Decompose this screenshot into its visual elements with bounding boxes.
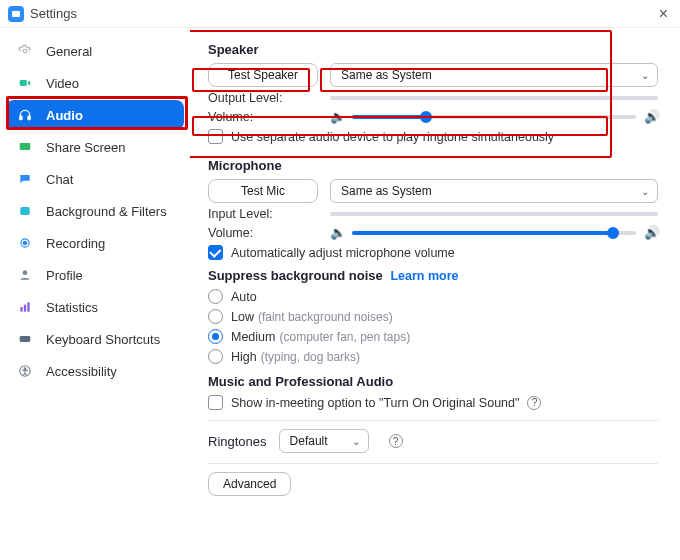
ringtones-select[interactable]: Default ⌄ (279, 429, 369, 453)
svg-rect-12 (20, 336, 31, 342)
noise-low-label: Low (231, 310, 254, 324)
volume-high-icon: 🔊 (644, 225, 658, 240)
auto-adjust-label: Automatically adjust microphone volume (231, 246, 455, 260)
svg-point-8 (23, 270, 28, 275)
sidebar-item-label: Statistics (46, 300, 98, 315)
separate-device-label: Use separate audio device to play ringto… (231, 130, 554, 144)
noise-medium-radio[interactable] (208, 329, 223, 344)
original-sound-checkbox[interactable] (208, 395, 223, 410)
sidebar-item-label: Accessibility (46, 364, 117, 379)
video-icon (16, 74, 34, 92)
accessibility-icon (16, 362, 34, 380)
noise-high-hint: (typing, dog barks) (261, 350, 360, 364)
noise-auto-radio[interactable] (208, 289, 223, 304)
sidebar-item-general[interactable]: General (6, 36, 184, 66)
mic-device-select[interactable]: Same as System ⌄ (330, 179, 658, 203)
noise-auto-label: Auto (231, 290, 257, 304)
learn-more-link[interactable]: Learn more (390, 269, 458, 283)
recording-icon (16, 234, 34, 252)
sidebar-item-recording[interactable]: Recording (6, 228, 184, 258)
mic-volume-label: Volume: (208, 226, 318, 240)
ringtones-value: Default (290, 434, 328, 448)
volume-low-icon: 🔈 (330, 225, 344, 240)
separator (208, 463, 658, 464)
background-icon (16, 202, 34, 220)
sidebar-item-statistics[interactable]: Statistics (6, 292, 184, 322)
share-screen-icon (16, 138, 34, 156)
help-icon[interactable]: ? (389, 434, 403, 448)
noise-low-hint: (faint background noises) (258, 310, 393, 324)
chat-icon (16, 170, 34, 188)
output-level-label: Output Level: (208, 91, 318, 105)
mic-volume-thumb[interactable] (607, 227, 619, 239)
help-icon[interactable]: ? (527, 396, 541, 410)
sidebar-item-label: Chat (46, 172, 73, 187)
sidebar-item-accessibility[interactable]: Accessibility (6, 356, 184, 386)
mic-title: Microphone (208, 158, 658, 173)
svg-rect-10 (24, 305, 26, 312)
sidebar-item-profile[interactable]: Profile (6, 260, 184, 290)
sidebar-item-label: General (46, 44, 92, 59)
profile-icon (16, 266, 34, 284)
sidebar-item-label: Recording (46, 236, 105, 251)
sidebar-item-background[interactable]: Background & Filters (6, 196, 184, 226)
sidebar-item-audio[interactable]: Audio (6, 100, 184, 130)
keyboard-icon (16, 330, 34, 348)
sidebar-item-label: Share Screen (46, 140, 126, 155)
separator (208, 420, 658, 421)
svg-rect-2 (20, 116, 22, 120)
speaker-volume-slider[interactable] (352, 115, 636, 119)
speaker-title: Speaker (208, 42, 658, 57)
window-title: Settings (30, 6, 77, 21)
statistics-icon (16, 298, 34, 316)
chevron-down-icon: ⌄ (641, 70, 649, 81)
noise-title: Suppress background noise Learn more (208, 268, 658, 283)
chevron-down-icon: ⌄ (352, 436, 360, 447)
close-icon[interactable]: × (655, 5, 672, 23)
mic-volume-fill (352, 231, 613, 235)
test-speaker-button[interactable]: Test Speaker (208, 63, 318, 87)
speaker-volume-label: Volume: (208, 110, 318, 124)
noise-low-radio[interactable] (208, 309, 223, 324)
volume-low-icon: 🔈 (330, 109, 344, 124)
sidebar-item-video[interactable]: Video (6, 68, 184, 98)
content: Speaker Test Speaker Same as System ⌄ Ou… (190, 28, 680, 560)
sidebar-item-label: Background & Filters (46, 204, 167, 219)
sidebar-item-label: Profile (46, 268, 83, 283)
sidebar-item-chat[interactable]: Chat (6, 164, 184, 194)
sidebar-item-label: Audio (46, 108, 83, 123)
headphones-icon (16, 106, 34, 124)
noise-medium-hint: (computer fan, pen taps) (279, 330, 410, 344)
svg-rect-9 (20, 307, 22, 312)
pro-audio-title: Music and Professional Audio (208, 374, 658, 389)
svg-point-0 (23, 49, 27, 53)
svg-rect-1 (20, 80, 27, 86)
mic-volume-slider[interactable] (352, 231, 636, 235)
mic-device-value: Same as System (341, 184, 432, 198)
noise-high-radio[interactable] (208, 349, 223, 364)
input-level-label: Input Level: (208, 207, 318, 221)
noise-high-label: High (231, 350, 257, 364)
sidebar-item-label: Keyboard Shortcuts (46, 332, 160, 347)
noise-medium-label: Medium (231, 330, 275, 344)
output-level-meter (330, 96, 658, 100)
separate-device-checkbox[interactable] (208, 129, 223, 144)
speaker-volume-fill (352, 115, 426, 119)
ringtones-label: Ringtones (208, 434, 267, 449)
sidebar-item-share-screen[interactable]: Share Screen (6, 132, 184, 162)
sidebar-item-label: Video (46, 76, 79, 91)
input-level-meter (330, 212, 658, 216)
volume-high-icon: 🔊 (644, 109, 658, 124)
svg-rect-11 (27, 302, 29, 311)
speaker-volume-thumb[interactable] (420, 111, 432, 123)
chevron-down-icon: ⌄ (641, 186, 649, 197)
auto-adjust-checkbox[interactable] (208, 245, 223, 260)
advanced-button[interactable]: Advanced (208, 472, 291, 496)
titlebar: Settings × (0, 0, 680, 28)
svg-rect-3 (28, 116, 30, 120)
speaker-device-select[interactable]: Same as System ⌄ (330, 63, 658, 87)
original-sound-label: Show in-meeting option to "Turn On Origi… (231, 396, 519, 410)
svg-rect-5 (20, 207, 29, 215)
test-mic-button[interactable]: Test Mic (208, 179, 318, 203)
sidebar-item-keyboard[interactable]: Keyboard Shortcuts (6, 324, 184, 354)
